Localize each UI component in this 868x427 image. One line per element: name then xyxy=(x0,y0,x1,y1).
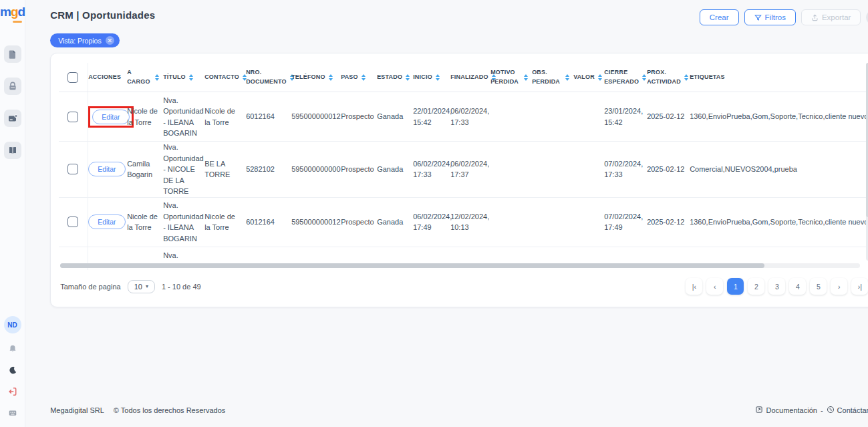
column-header-motivo_perdida[interactable]: MOTIVO PERDIDA xyxy=(490,68,532,86)
column-header-contacto[interactable]: CONTACTO xyxy=(204,73,246,82)
cell-text-etiquetas: 1360,EnvioPrueba,Gom,Soporte,Tecnico,cli… xyxy=(690,112,868,120)
column-header-obs_perdida[interactable]: OBS. PERDIDA xyxy=(532,68,573,86)
column-header-prox_actividad[interactable]: PROX. ACTIVIDAD xyxy=(647,68,690,86)
column-header-nro_documento[interactable]: NRO. DOCUMENTO xyxy=(246,68,291,86)
documentation-link[interactable]: Documentación xyxy=(755,406,817,415)
lock-icon xyxy=(7,81,18,92)
shortcuts-button[interactable] xyxy=(7,408,19,420)
sort-arrows-icon[interactable] xyxy=(361,74,366,81)
chip-close-icon[interactable]: ✕ xyxy=(106,36,114,45)
moon-icon xyxy=(8,366,17,378)
column-header-acciones: ACCIONES xyxy=(88,73,127,82)
column-label: ESTADO xyxy=(377,73,402,82)
first-page-button[interactable]: |‹ xyxy=(686,278,702,295)
cell-nro_documento: 6012164 xyxy=(246,217,291,228)
cell-text-etiquetas: Comercial,NUEVOS2004,prueba xyxy=(690,165,797,173)
column-header-inicio[interactable]: INICIO xyxy=(413,73,450,82)
contact-link[interactable]: Contáctanos xyxy=(827,406,868,415)
documentation-label: Documentación xyxy=(766,406,817,414)
editar-button[interactable]: Editar xyxy=(92,110,129,124)
row-checkbox[interactable] xyxy=(67,217,78,227)
cell-titulo: Nva. Oportunidad - NICOLE DE LA TORRE xyxy=(163,142,204,197)
main-content: CRM | Oportunidades Crear Filtros Export… xyxy=(25,0,868,427)
cell-text-nro_documento: 6012164 xyxy=(246,112,275,120)
sort-arrows-icon[interactable] xyxy=(155,74,159,81)
page-button-3[interactable]: 3 xyxy=(768,278,785,295)
cell-finalizado: 06/02/2024, 17:33 xyxy=(450,106,490,128)
user-avatar[interactable]: ND xyxy=(4,316,21,333)
editar-button[interactable]: Editar xyxy=(88,215,125,229)
sort-arrows-icon[interactable] xyxy=(524,74,528,81)
exportar-button[interactable]: Exportar xyxy=(801,9,861,25)
prev-page-icon: ‹ xyxy=(714,283,716,291)
row-checkbox[interactable] xyxy=(67,112,78,122)
cell-prox_actividad: 2025-02-12 xyxy=(647,217,690,228)
sidebar-item-documents[interactable] xyxy=(4,45,21,63)
horizontal-scrollbar-thumb[interactable] xyxy=(60,263,764,268)
cell-text-nro_documento: 6012164 xyxy=(246,218,275,226)
cell-paso: Prospecto xyxy=(341,164,377,175)
select-all-checkbox[interactable] xyxy=(67,72,78,83)
page-button-5[interactable]: 5 xyxy=(810,278,827,295)
row-checkbox[interactable] xyxy=(67,164,78,174)
logo-sub-mark xyxy=(13,21,22,23)
dark-mode-toggle[interactable] xyxy=(7,366,19,378)
column-label: PROX. ACTIVIDAD xyxy=(647,68,681,86)
table-card: ACCIONESA CARGOTÍTULOCONTACTONRO. DOCUME… xyxy=(50,53,868,307)
sort-arrows-icon[interactable] xyxy=(406,74,410,81)
column-header-estado[interactable]: ESTADO xyxy=(377,73,413,82)
column-header-cierre_esperado[interactable]: CIERRE ESPERADO xyxy=(604,68,647,86)
page-button-2[interactable]: 2 xyxy=(748,278,764,295)
cell-text-inicio: 06/02/2024, 17:49 xyxy=(413,212,452,232)
page-button-4[interactable]: 4 xyxy=(789,278,806,295)
sort-arrows-icon[interactable] xyxy=(684,74,688,81)
column-header-valor[interactable]: VALOR xyxy=(573,73,604,82)
cell-text-finalizado: 12/02/2024, 10:13 xyxy=(450,212,489,232)
column-header-a_cargo[interactable]: A CARGO xyxy=(127,68,163,86)
cell-finalizado: 06/02/2024, 17:37 xyxy=(450,158,490,180)
column-label: TÍTULO xyxy=(163,73,186,82)
editar-button[interactable]: Editar xyxy=(88,162,125,176)
page-button-1[interactable]: 1 xyxy=(727,278,744,295)
sort-arrows-icon[interactable] xyxy=(642,74,646,81)
cell-text-estado: Ganada xyxy=(377,165,403,173)
filtros-button[interactable]: Filtros xyxy=(744,9,796,25)
logo-letter-d: d xyxy=(18,5,25,19)
logout-button[interactable] xyxy=(7,387,19,399)
column-label: TELÉFONO xyxy=(291,73,325,82)
last-page-button[interactable]: ›| xyxy=(851,278,868,295)
app-logo[interactable]: mgd xyxy=(0,5,25,18)
table-viewport: ACCIONESA CARGOTÍTULOCONTACTONRO. DOCUME… xyxy=(59,63,868,270)
prev-page-button[interactable]: ‹ xyxy=(706,278,723,295)
sort-arrows-icon[interactable] xyxy=(565,74,569,81)
book-icon xyxy=(7,145,18,156)
column-header-finalizado[interactable]: FINALIZADO xyxy=(450,73,490,82)
sidebar-item-cards[interactable] xyxy=(4,110,21,127)
column-header-paso[interactable]: PASO xyxy=(341,73,377,82)
cell-etiquetas: 1360,EnvioPrueba,Gom,Soporte,Tecnico,cli… xyxy=(690,217,868,228)
sort-arrows-icon[interactable] xyxy=(189,74,193,81)
cell-paso: Prospecto xyxy=(341,217,377,228)
cell-estado: Ganada xyxy=(377,164,413,175)
cell-text-contacto: Nicole de la Torre xyxy=(204,212,235,232)
cell-prox_actividad: 2025-02-12 xyxy=(647,164,690,175)
sidebar-item-catalog[interactable] xyxy=(4,142,21,159)
notifications-button[interactable] xyxy=(7,344,19,356)
pagination-range: 1 - 10 de 49 xyxy=(162,283,201,291)
crear-button[interactable]: Crear xyxy=(700,9,739,25)
column-header-telefono[interactable]: TELÉFONO xyxy=(291,73,341,82)
whatsapp-icon xyxy=(827,406,835,415)
next-page-button[interactable]: › xyxy=(831,278,847,295)
column-header-titulo[interactable]: TÍTULO xyxy=(163,73,204,82)
horizontal-scrollbar[interactable] xyxy=(60,263,860,268)
footer-separator: - xyxy=(821,406,823,414)
column-label: CONTACTO xyxy=(204,73,239,82)
column-label: OBS. PERDIDA xyxy=(532,68,562,86)
sidebar-item-security[interactable] xyxy=(4,78,21,95)
page-size-select[interactable]: 10 ▾ xyxy=(128,280,155,293)
sort-arrows-icon[interactable] xyxy=(436,74,440,81)
sort-arrows-icon[interactable] xyxy=(329,74,333,81)
sort-arrows-icon[interactable] xyxy=(598,74,602,81)
table-row: EditarNicole de la TorreNva. Oportunidad… xyxy=(59,198,868,247)
cell-motivo_perdida xyxy=(490,247,532,250)
